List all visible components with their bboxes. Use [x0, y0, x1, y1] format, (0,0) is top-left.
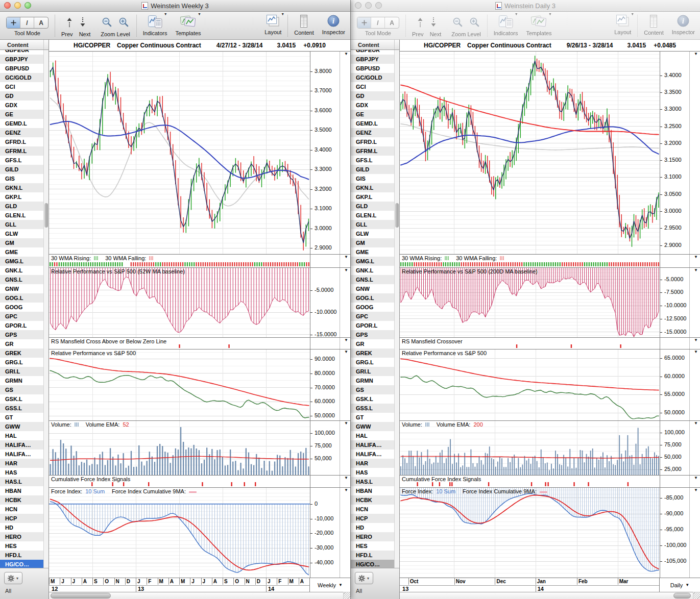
- content-button[interactable]: [649, 14, 658, 28]
- templates-button[interactable]: ▼: [530, 14, 547, 29]
- action-gear-button[interactable]: ▼: [4, 572, 22, 584]
- symbol-list-item[interactable]: GM: [351, 238, 394, 247]
- symbol-list-item[interactable]: GBPEUR: [351, 50, 394, 55]
- symbol-list-item[interactable]: HCN: [351, 505, 394, 514]
- titlebar[interactable]: Weinstein Daily 3: [351, 0, 700, 12]
- mansfield-signal-strip-plot[interactable]: RS Mansfield Cross Above or Below Zero L…: [49, 338, 310, 349]
- symbol-list-item[interactable]: GE: [0, 110, 43, 119]
- symbol-list-item[interactable]: GFRM.L: [351, 146, 394, 156]
- symbol-list-item[interactable]: GLD: [0, 202, 43, 211]
- symbol-list-item[interactable]: HFD.L: [0, 551, 43, 560]
- symbol-list-item[interactable]: GLL: [0, 220, 43, 229]
- resize-grip[interactable]: [343, 592, 350, 599]
- indicators-button[interactable]: ▼: [498, 14, 514, 29]
- panel-menu-icon[interactable]: ▼: [694, 52, 698, 57]
- titlebar[interactable]: Weinstein Weekly 3: [0, 0, 350, 12]
- symbol-list-item[interactable]: GEMD.L: [351, 119, 394, 128]
- content-button[interactable]: [300, 14, 308, 28]
- symbol-list-item[interactable]: GSS.L: [0, 404, 43, 413]
- relative-performance-histogram-plot[interactable]: Relative Performance vs S&P 500 (200D MA…: [400, 268, 660, 337]
- volume-panel-plot[interactable]: Volume:Volume EMA:200: [400, 421, 660, 475]
- resize-grip[interactable]: [693, 592, 700, 599]
- tool-move-button[interactable]: [357, 17, 371, 28]
- symbol-list-item[interactable]: GR: [0, 339, 43, 348]
- relative-performance-lines-plot[interactable]: Relative Performance vs S&P 500: [400, 350, 660, 420]
- panel-menu-icon[interactable]: ▼: [344, 338, 348, 343]
- symbol-list-item[interactable]: GME: [0, 247, 43, 257]
- symbol-list-item[interactable]: GC/GOLD: [0, 73, 43, 82]
- symbol-list-item[interactable]: GME: [351, 247, 394, 257]
- symbol-list-item[interactable]: GD: [0, 91, 43, 101]
- scrollbar-thumb[interactable]: [44, 203, 48, 228]
- zoom-in-button[interactable]: [118, 17, 129, 28]
- price-panel-plot[interactable]: [400, 52, 660, 254]
- zoom-window-button[interactable]: [25, 2, 31, 9]
- panel-menu-icon[interactable]: ▼: [344, 476, 348, 481]
- symbol-list-item[interactable]: GD: [351, 91, 394, 101]
- symbol-list-item[interactable]: HCP: [0, 514, 43, 523]
- symbol-list-item[interactable]: GILD: [0, 165, 43, 174]
- symbol-list-item[interactable]: GCI: [0, 82, 43, 91]
- symbol-list-item[interactable]: GBPJPY: [0, 55, 43, 64]
- symbol-list-item[interactable]: GLW: [0, 229, 43, 238]
- symbol-list-item[interactable]: GILD: [351, 165, 394, 174]
- layout-button[interactable]: ▼: [266, 14, 280, 28]
- cumulative-force-index-strip-plot[interactable]: Cumulative Force Index Signals: [400, 476, 660, 487]
- zoom-out-button[interactable]: [102, 17, 112, 28]
- minimize-window-button[interactable]: [365, 2, 372, 9]
- symbol-list-item[interactable]: GNK.L: [0, 266, 43, 275]
- symbol-list-item[interactable]: HALIFA…: [0, 440, 43, 450]
- symbol-list-item[interactable]: GKP.L: [351, 192, 394, 202]
- symbol-list-item[interactable]: HES: [0, 541, 43, 551]
- wma-signal-strip-plot[interactable]: 30 WMA Rising:30 WMA Falling:: [49, 255, 310, 267]
- panel-menu-icon[interactable]: ▼: [694, 338, 698, 343]
- symbol-list-item[interactable]: GLW: [351, 229, 394, 238]
- symbol-list-item[interactable]: HERO: [351, 532, 394, 541]
- next-button[interactable]: [80, 17, 85, 27]
- minimize-window-button[interactable]: [14, 2, 21, 9]
- symbol-list-item[interactable]: GBPUSD: [0, 64, 43, 73]
- symbol-list-item[interactable]: GRI.L: [0, 367, 43, 376]
- symbol-list-item[interactable]: GM: [0, 238, 43, 247]
- zoom-out-button[interactable]: [452, 17, 463, 28]
- symbol-list-item[interactable]: HFD.L: [351, 551, 394, 560]
- symbol-list-item[interactable]: GCI: [351, 82, 394, 91]
- symbol-list-item[interactable]: HG/CO…: [0, 560, 43, 568]
- price-panel-plot[interactable]: [49, 52, 310, 254]
- symbol-list-item[interactable]: GNW: [351, 284, 394, 293]
- symbol-list-item[interactable]: GMG.L: [351, 257, 394, 266]
- symbol-list-item[interactable]: GBPEUR: [0, 50, 43, 55]
- symbol-list-item[interactable]: GR: [351, 339, 394, 348]
- symbol-list-item[interactable]: HAR: [351, 459, 394, 468]
- symbol-list-item[interactable]: GENZ: [351, 128, 394, 137]
- panel-menu-icon[interactable]: ▼: [344, 255, 348, 260]
- zoom-window-button[interactable]: [375, 2, 382, 9]
- close-window-button[interactable]: [4, 2, 11, 9]
- symbol-list-item[interactable]: HAS: [351, 468, 394, 477]
- panel-menu-icon[interactable]: ▼: [344, 52, 348, 57]
- symbol-list-item[interactable]: GSK.L: [0, 394, 43, 404]
- symbol-list-item[interactable]: GKP.L: [0, 192, 43, 202]
- mansfield-signal-strip-plot[interactable]: RS Mansfield Crossover: [400, 338, 660, 349]
- horizontal-scrollbar[interactable]: [400, 592, 700, 599]
- action-gear-button[interactable]: ▼: [355, 572, 373, 584]
- symbol-list-item[interactable]: GOG.L: [351, 293, 394, 303]
- force-index-panel-plot[interactable]: Force Index:10 SumForce Index Cumulative…: [49, 488, 310, 578]
- symbol-list-item[interactable]: GLL: [351, 220, 394, 229]
- symbol-list-item[interactable]: GNW: [0, 284, 43, 293]
- symbol-list-item[interactable]: HD: [351, 523, 394, 532]
- symbol-list-item[interactable]: GPC: [351, 312, 394, 321]
- symbol-list-item[interactable]: GT: [0, 413, 43, 422]
- panel-menu-icon[interactable]: ▼: [694, 268, 698, 273]
- symbol-list-item[interactable]: GSS.L: [351, 404, 394, 413]
- sidebar-scrollbar[interactable]: [43, 50, 49, 568]
- symbol-list-item[interactable]: HBAN: [351, 486, 394, 495]
- symbol-list-item[interactable]: GRG.L: [0, 358, 43, 367]
- tool-move-button[interactable]: [7, 17, 20, 28]
- symbol-list-item[interactable]: HCBK: [0, 495, 43, 505]
- panel-menu-icon[interactable]: ▼: [344, 421, 348, 426]
- symbol-list-item[interactable]: GDX: [351, 101, 394, 110]
- symbol-list-item[interactable]: GPC: [0, 312, 43, 321]
- symbol-list-item[interactable]: GIS: [351, 174, 394, 183]
- next-button[interactable]: [431, 17, 436, 27]
